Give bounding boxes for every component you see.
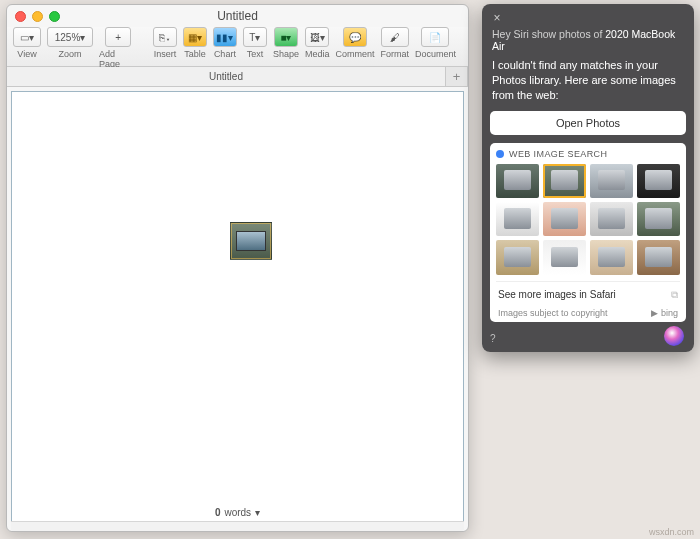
text-label: Text: [247, 49, 264, 59]
add-page-button[interactable]: +: [105, 27, 131, 47]
zoom-group: 125% ▾ Zoom: [47, 27, 93, 59]
bing-icon: ▶: [651, 308, 658, 318]
image-result[interactable]: [496, 164, 539, 198]
see-more-link[interactable]: See more images in Safari ⧉: [496, 281, 680, 304]
image-result[interactable]: [637, 164, 680, 198]
text-button[interactable]: T▾: [243, 27, 267, 47]
table-button[interactable]: ▦▾: [183, 27, 207, 47]
table-label: Table: [184, 49, 206, 59]
view-button[interactable]: ▭▾: [13, 27, 41, 47]
image-result[interactable]: [590, 202, 633, 236]
chart-group: ▮▮▾ Chart: [213, 27, 237, 59]
safari-icon: ⧉: [671, 289, 678, 301]
image-result[interactable]: [637, 240, 680, 274]
media-label: Media: [305, 49, 330, 59]
new-tab-button[interactable]: +: [446, 67, 468, 86]
word-count-number: 0: [215, 507, 221, 518]
insert-label: Insert: [154, 49, 177, 59]
chart-label: Chart: [214, 49, 236, 59]
horizontal-scrollbar[interactable]: [11, 521, 464, 531]
siri-orb-icon[interactable]: [664, 326, 684, 346]
document-button[interactable]: 📄: [421, 27, 449, 47]
card-header: WEB IMAGE SEARCH: [496, 149, 680, 159]
shape-button[interactable]: ■▾: [274, 27, 298, 47]
word-count-label: words: [224, 507, 251, 518]
toolbar: ▭▾ View 125% ▾ Zoom + Add Page ⎘▾ Insert…: [7, 27, 468, 67]
pages-window: Untitled ▭▾ View 125% ▾ Zoom + Add Page …: [6, 4, 469, 532]
bing-attribution: ▶bing: [651, 308, 678, 318]
comment-group: 💬 Comment: [335, 27, 374, 59]
comment-label: Comment: [335, 49, 374, 59]
image-result[interactable]: [496, 202, 539, 236]
add-page-group: + Add Page: [99, 27, 137, 69]
image-results-grid: [496, 164, 680, 275]
web-image-search-card: WEB IMAGE SEARCH See more images in Safa…: [490, 143, 686, 322]
text-group: T▾ Text: [243, 27, 267, 59]
zoom-select[interactable]: 125% ▾: [47, 27, 93, 47]
inserted-image[interactable]: [230, 222, 272, 260]
document-canvas[interactable]: 0 words ▾: [11, 91, 464, 527]
shape-label: Shape: [273, 49, 299, 59]
help-icon[interactable]: ?: [490, 333, 496, 344]
insert-button[interactable]: ⎘▾: [153, 27, 177, 47]
shape-group: ■▾ Shape: [273, 27, 299, 59]
media-button[interactable]: 🖼▾: [305, 27, 329, 47]
format-label: Format: [380, 49, 409, 59]
copyright-row: Images subject to copyright ▶bing: [496, 304, 680, 318]
comment-button[interactable]: 💬: [343, 27, 367, 47]
view-label: View: [17, 49, 36, 59]
siri-panel: × Hey Siri show photos of 2020 MacBook A…: [482, 4, 694, 352]
chart-button[interactable]: ▮▮▾: [213, 27, 237, 47]
window-title: Untitled: [7, 9, 468, 23]
document-group: 📄 Document: [415, 27, 456, 59]
image-result-selected[interactable]: [543, 164, 586, 198]
image-result[interactable]: [637, 202, 680, 236]
copyright-text: Images subject to copyright: [498, 308, 608, 318]
add-page-label: Add Page: [99, 49, 137, 69]
open-photos-button[interactable]: Open Photos: [490, 111, 686, 135]
table-group: ▦▾ Table: [183, 27, 207, 59]
watermark: wsxdn.com: [649, 527, 694, 537]
siri-query: Hey Siri show photos of 2020 MacBook Air: [492, 28, 684, 52]
close-icon[interactable]: ×: [490, 12, 504, 26]
see-more-label: See more images in Safari: [498, 289, 616, 300]
document-tab[interactable]: Untitled: [7, 67, 446, 86]
image-result[interactable]: [496, 240, 539, 274]
format-button[interactable]: 🖌: [381, 27, 409, 47]
media-group: 🖼▾ Media: [305, 27, 330, 59]
web-search-icon: [496, 150, 504, 158]
card-title: WEB IMAGE SEARCH: [509, 149, 607, 159]
word-count[interactable]: 0 words ▾: [12, 507, 463, 518]
tab-bar: Untitled +: [7, 67, 468, 87]
siri-response-text: I couldn't find any matches in your Phot…: [492, 58, 684, 103]
image-result[interactable]: [543, 202, 586, 236]
document-label: Document: [415, 49, 456, 59]
titlebar: Untitled: [7, 5, 468, 27]
siri-query-prefix: Hey Siri show photos of: [492, 28, 605, 40]
format-group: 🖌 Format: [380, 27, 409, 59]
image-result[interactable]: [590, 164, 633, 198]
zoom-value: 125%: [55, 32, 81, 43]
image-result[interactable]: [590, 240, 633, 274]
image-result[interactable]: [543, 240, 586, 274]
view-group: ▭▾ View: [13, 27, 41, 59]
zoom-label: Zoom: [58, 49, 81, 59]
insert-group: ⎘▾ Insert: [153, 27, 177, 59]
